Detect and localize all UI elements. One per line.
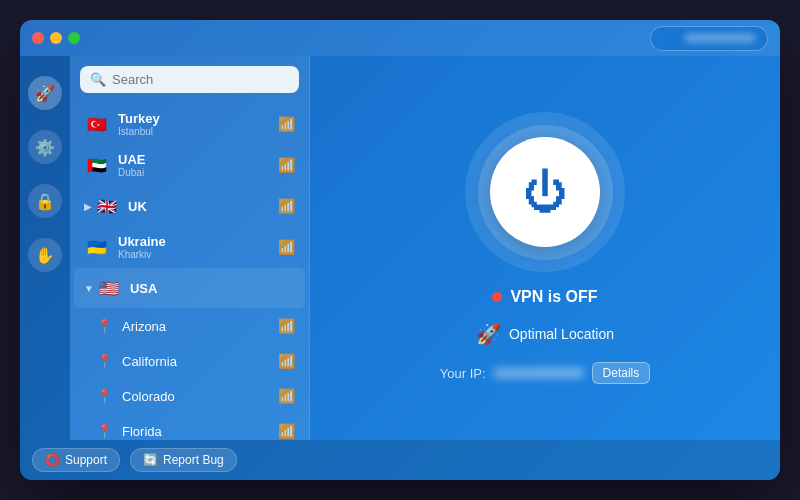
power-ring-middle: ⏻ bbox=[478, 125, 613, 260]
hand-nav-icon: ✋ bbox=[35, 246, 55, 265]
server-panel: 🔍 🇹🇷 Turkey Istanbul 📶 🇦🇪 bbox=[70, 56, 310, 440]
status-dot-off bbox=[492, 292, 502, 302]
signal-icon-florida: 📶 bbox=[278, 423, 295, 439]
signal-icon-uae: 📶 bbox=[278, 157, 295, 173]
vpn-status: VPN is OFF bbox=[492, 288, 597, 306]
support-icon: ⭕ bbox=[45, 453, 60, 467]
details-button[interactable]: Details bbox=[592, 362, 651, 384]
sub-name-colorado: Colorado bbox=[122, 389, 278, 404]
server-item-uk[interactable]: ▶ 🇬🇧 UK 📶 bbox=[74, 186, 305, 226]
minimize-button[interactable] bbox=[50, 32, 62, 44]
pin-arizona-icon: 📍 bbox=[94, 316, 114, 336]
server-info-usa: USA bbox=[130, 281, 295, 296]
optimal-location-label: Optimal Location bbox=[509, 326, 614, 342]
rocket-nav-icon: 🚀 bbox=[35, 84, 55, 103]
chevron-right-uk-icon: ▶ bbox=[84, 201, 92, 212]
server-list: 🇹🇷 Turkey Istanbul 📶 🇦🇪 UAE Dubai 📶 bbox=[70, 103, 309, 440]
flag-ukraine: 🇺🇦 bbox=[84, 234, 110, 260]
ip-row: Your IP: Details bbox=[440, 362, 650, 384]
power-symbol-icon: ⏻ bbox=[523, 170, 567, 214]
sidebar-icons: 🚀 ⚙️ 🔒 ✋ bbox=[20, 56, 70, 440]
report-bug-label: Report Bug bbox=[163, 453, 224, 467]
server-subitem-arizona[interactable]: 📍 Arizona 📶 bbox=[74, 309, 305, 343]
pin-colorado-icon: 📍 bbox=[94, 386, 114, 406]
server-item-usa[interactable]: ▼ 🇺🇸 USA bbox=[74, 268, 305, 308]
server-info-turkey: Turkey Istanbul bbox=[118, 111, 278, 137]
rocket-icon: 🚀 bbox=[476, 322, 501, 346]
maximize-button[interactable] bbox=[68, 32, 80, 44]
server-name-usa: USA bbox=[130, 281, 295, 296]
server-info-uae: UAE Dubai bbox=[118, 152, 278, 178]
signal-icon-ukraine: 📶 bbox=[278, 239, 295, 255]
flag-turkey: 🇹🇷 bbox=[84, 111, 110, 137]
title-bar-right: 👤 bbox=[650, 26, 768, 51]
lock-nav-icon: 🔒 bbox=[35, 192, 55, 211]
user-badge[interactable]: 👤 bbox=[650, 26, 768, 51]
server-city-turkey: Istanbul bbox=[118, 126, 278, 137]
sub-name-arizona: Arizona bbox=[122, 319, 278, 334]
chevron-down-usa-icon: ▼ bbox=[84, 283, 94, 294]
close-button[interactable] bbox=[32, 32, 44, 44]
search-input[interactable] bbox=[112, 72, 289, 87]
signal-icon-turkey: 📶 bbox=[278, 116, 295, 132]
pin-florida-icon: 📍 bbox=[94, 421, 114, 440]
bug-icon: 🔄 bbox=[143, 453, 158, 467]
flag-usa: 🇺🇸 bbox=[96, 275, 122, 301]
server-item-ukraine[interactable]: 🇺🇦 Ukraine Kharkiv 📶 bbox=[74, 227, 305, 267]
traffic-lights bbox=[32, 32, 80, 44]
search-box: 🔍 bbox=[80, 66, 299, 93]
sidebar-item-settings[interactable]: ⚙️ bbox=[28, 130, 62, 164]
main-content: 🚀 ⚙️ 🔒 ✋ 🔍 🇹🇷 bbox=[20, 56, 780, 440]
sidebar-item-lock[interactable]: 🔒 bbox=[28, 184, 62, 218]
server-info-ukraine: Ukraine Kharkiv bbox=[118, 234, 278, 260]
server-item-turkey[interactable]: 🇹🇷 Turkey Istanbul 📶 bbox=[74, 104, 305, 144]
power-ring-outer: ⏻ bbox=[465, 112, 625, 272]
search-icon: 🔍 bbox=[90, 72, 106, 87]
server-subitem-colorado[interactable]: 📍 Colorado 📶 bbox=[74, 379, 305, 413]
user-name bbox=[685, 33, 755, 43]
bottom-bar: ⭕ Support 🔄 Report Bug bbox=[20, 440, 780, 480]
sidebar-item-rocket[interactable]: 🚀 bbox=[28, 76, 62, 110]
ip-address bbox=[494, 368, 584, 378]
signal-icon-arizona: 📶 bbox=[278, 318, 295, 334]
signal-icon-california: 📶 bbox=[278, 353, 295, 369]
server-info-uk: UK bbox=[128, 199, 278, 214]
report-bug-button[interactable]: 🔄 Report Bug bbox=[130, 448, 237, 472]
server-name-turkey: Turkey bbox=[118, 111, 278, 126]
optimal-location[interactable]: 🚀 Optimal Location bbox=[476, 322, 614, 346]
pin-california-icon: 📍 bbox=[94, 351, 114, 371]
vpn-status-label: VPN is OFF bbox=[510, 288, 597, 306]
server-subitem-florida[interactable]: 📍 Florida 📶 bbox=[74, 414, 305, 440]
support-label: Support bbox=[65, 453, 107, 467]
server-city-uae: Dubai bbox=[118, 167, 278, 178]
search-container: 🔍 bbox=[70, 56, 309, 103]
signal-icon-colorado: 📶 bbox=[278, 388, 295, 404]
server-subitem-california[interactable]: 📍 California 📶 bbox=[74, 344, 305, 378]
server-name-uk: UK bbox=[128, 199, 278, 214]
sidebar-item-hand[interactable]: ✋ bbox=[28, 238, 62, 272]
flag-uk: 🇬🇧 bbox=[94, 193, 120, 219]
power-button[interactable]: ⏻ bbox=[490, 137, 600, 247]
sub-name-california: California bbox=[122, 354, 278, 369]
ip-label: Your IP: bbox=[440, 366, 486, 381]
signal-icon-uk: 📶 bbox=[278, 198, 295, 214]
server-name-uae: UAE bbox=[118, 152, 278, 167]
settings-nav-icon: ⚙️ bbox=[35, 138, 55, 157]
sub-name-florida: Florida bbox=[122, 424, 278, 439]
flag-uae: 🇦🇪 bbox=[84, 152, 110, 178]
server-city-ukraine: Kharkiv bbox=[118, 249, 278, 260]
server-item-uae[interactable]: 🇦🇪 UAE Dubai 📶 bbox=[74, 145, 305, 185]
right-panel: ⏻ VPN is OFF 🚀 Optimal Location Your IP:… bbox=[310, 56, 780, 440]
support-button[interactable]: ⭕ Support bbox=[32, 448, 120, 472]
user-icon: 👤 bbox=[663, 31, 679, 46]
title-bar: 👤 bbox=[20, 20, 780, 56]
server-name-ukraine: Ukraine bbox=[118, 234, 278, 249]
app-window: 👤 🚀 ⚙️ 🔒 ✋ 🔍 bbox=[20, 20, 780, 480]
